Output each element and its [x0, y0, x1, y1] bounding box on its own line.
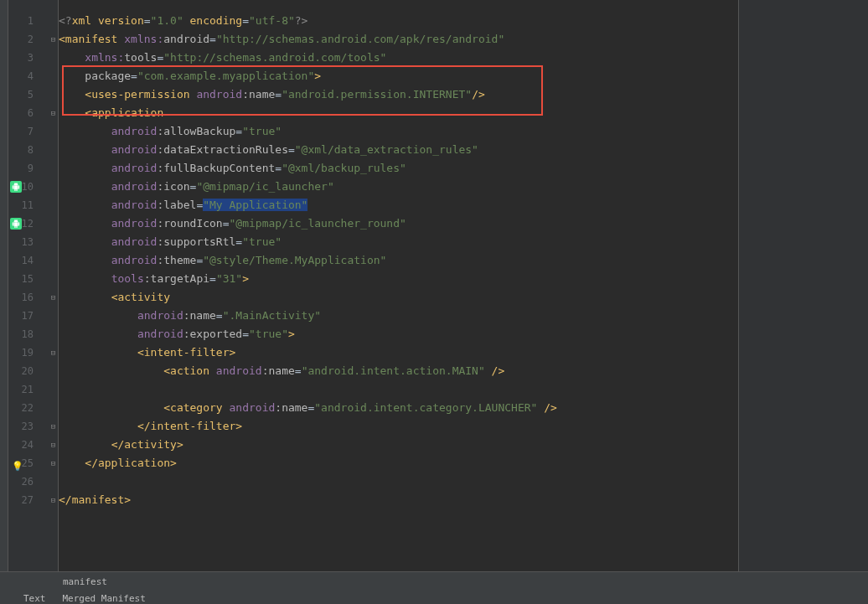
android-icon[interactable] — [10, 218, 22, 230]
fold-marker — [49, 12, 58, 30]
code-line[interactable]: </intent-filter> — [59, 417, 738, 436]
code-line[interactable]: android:allowBackup="true" — [59, 122, 738, 141]
line-number[interactable]: 25💡 — [8, 454, 49, 472]
code-line[interactable]: android:icon="@mipmap/ic_launcher" — [59, 178, 738, 196]
code-line[interactable] — [59, 380, 738, 399]
line-number[interactable]: 6 — [8, 104, 49, 122]
line-number[interactable]: 2 — [8, 30, 49, 49]
code-area[interactable]: <?xml version="1.0" encoding="utf-8"?><m… — [59, 0, 738, 571]
fold-marker — [49, 380, 58, 399]
fold-marker[interactable]: ⊟ — [49, 454, 58, 472]
fold-marker — [49, 251, 58, 270]
line-number[interactable]: 17 — [8, 307, 49, 325]
line-number[interactable]: 4 — [8, 67, 49, 85]
breadcrumb-bar: manifest — [0, 571, 868, 591]
code-line[interactable]: android:dataExtractionRules="@xml/data_e… — [59, 141, 738, 159]
fold-marker — [49, 270, 58, 288]
android-icon[interactable] — [10, 181, 22, 193]
lightbulb-icon[interactable]: 💡 — [12, 457, 22, 467]
code-line[interactable]: tools:targetApi="31"> — [59, 270, 738, 288]
fold-column[interactable]: ⊟⊟⊟⊟⊟⊟⊟⊟ — [49, 0, 59, 571]
code-line[interactable]: </application> — [59, 454, 738, 472]
fold-marker — [49, 214, 58, 233]
line-number[interactable]: 7 — [8, 122, 49, 141]
code-line[interactable]: </manifest> — [59, 491, 738, 509]
tab-text[interactable]: Text — [23, 593, 46, 604]
line-number[interactable]: 15 — [8, 270, 49, 288]
code-line[interactable]: <intent-filter> — [59, 343, 738, 362]
fold-marker[interactable]: ⊟ — [49, 343, 58, 362]
code-line[interactable]: <manifest xmlns:android="http://schemas.… — [59, 30, 738, 49]
fold-marker — [49, 307, 58, 325]
line-number[interactable]: 12 — [8, 214, 49, 233]
line-number[interactable]: 8 — [8, 141, 49, 159]
code-line[interactable]: <?xml version="1.0" encoding="utf-8"?> — [59, 12, 738, 30]
line-number[interactable]: 24 — [8, 436, 49, 454]
code-line[interactable]: <activity — [59, 288, 738, 307]
line-number[interactable]: 13 — [8, 233, 49, 251]
code-line[interactable]: android:supportsRtl="true" — [59, 233, 738, 251]
line-number[interactable]: 10 — [8, 178, 49, 196]
line-number[interactable]: 16 — [8, 288, 49, 307]
line-number[interactable]: 3 — [8, 49, 49, 67]
breadcrumb-item[interactable]: manifest — [63, 576, 107, 587]
line-number[interactable]: 18 — [8, 325, 49, 343]
code-line[interactable]: <action android:name="android.intent.act… — [59, 362, 738, 380]
fold-marker — [49, 233, 58, 251]
fold-marker — [49, 159, 58, 178]
code-line[interactable]: android:fullBackupContent="@xml/backup_r… — [59, 159, 738, 178]
line-number[interactable]: 21 — [8, 380, 49, 399]
gutter[interactable]: 1234567891011121314151617181920212223242… — [8, 0, 49, 571]
editor-area: 1234567891011121314151617181920212223242… — [0, 0, 868, 571]
tab-merged-manifest[interactable]: Merged Manifest — [63, 593, 146, 604]
fold-marker — [49, 122, 58, 141]
fold-marker[interactable]: ⊟ — [49, 30, 58, 49]
code-line[interactable]: android:name=".MainActivity" — [59, 307, 738, 325]
fold-marker[interactable]: ⊟ — [49, 288, 58, 307]
code-line[interactable]: android:label="My Application" — [59, 196, 738, 214]
line-number[interactable]: 26 — [8, 472, 49, 491]
right-scrollbar-area[interactable] — [738, 0, 868, 571]
code-line[interactable]: android:roundIcon="@mipmap/ic_launcher_r… — [59, 214, 738, 233]
fold-marker — [49, 472, 58, 491]
line-number[interactable]: 23 — [8, 417, 49, 436]
code-line[interactable]: android:exported="true"> — [59, 325, 738, 343]
line-number[interactable]: 11 — [8, 196, 49, 214]
code-line[interactable]: package="com.example.myapplication"> — [59, 67, 738, 85]
fold-marker[interactable]: ⊟ — [49, 104, 58, 122]
fold-marker — [49, 85, 58, 104]
code-line[interactable]: <category android:name="android.intent.c… — [59, 399, 738, 417]
line-number[interactable]: 27 — [8, 491, 49, 509]
line-number[interactable]: 22 — [8, 399, 49, 417]
code-line[interactable]: <application — [59, 104, 738, 122]
line-number[interactable]: 5 — [8, 85, 49, 104]
line-number[interactable]: 19 — [8, 343, 49, 362]
fold-marker[interactable]: ⊟ — [49, 491, 58, 509]
left-margin — [0, 0, 8, 571]
fold-marker — [49, 399, 58, 417]
line-number[interactable]: 9 — [8, 159, 49, 178]
fold-marker[interactable]: ⊟ — [49, 417, 58, 436]
code-line[interactable]: android:theme="@style/Theme.MyApplicatio… — [59, 251, 738, 270]
fold-marker — [49, 178, 58, 196]
fold-marker — [49, 362, 58, 380]
code-line[interactable]: </activity> — [59, 436, 738, 454]
fold-marker — [49, 67, 58, 85]
editor-tabs: Text Merged Manifest — [0, 591, 868, 604]
fold-marker[interactable]: ⊟ — [49, 436, 58, 454]
code-line[interactable]: xmlns:tools="http://schemas.android.com/… — [59, 49, 738, 67]
fold-marker — [49, 196, 58, 214]
code-line[interactable] — [59, 472, 738, 491]
fold-marker — [49, 49, 58, 67]
line-number[interactable]: 1 — [8, 12, 49, 30]
fold-marker — [49, 141, 58, 159]
code-line[interactable]: <uses-permission android:name="android.p… — [59, 85, 738, 104]
line-number[interactable]: 14 — [8, 251, 49, 270]
line-number[interactable]: 20 — [8, 362, 49, 380]
fold-marker — [49, 325, 58, 343]
